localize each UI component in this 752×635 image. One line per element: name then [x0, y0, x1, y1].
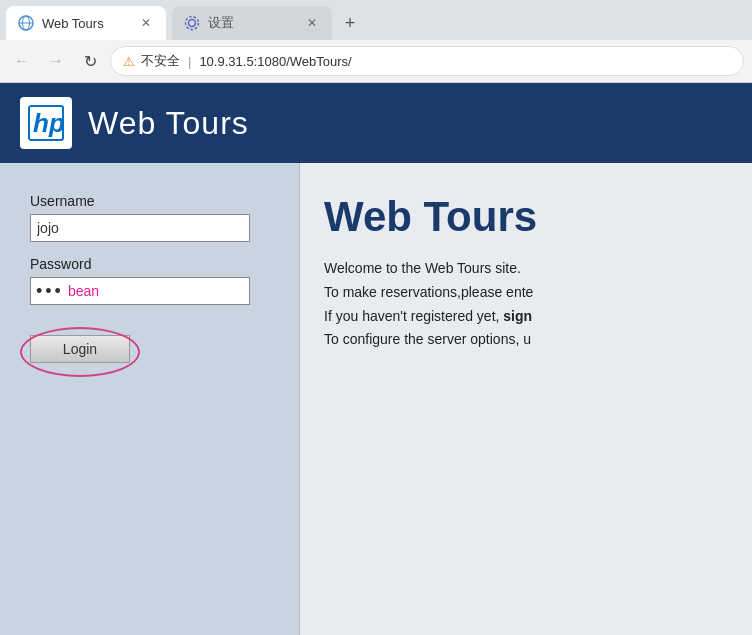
password-label: Password	[30, 256, 269, 272]
welcome-title: Web Tours	[324, 193, 728, 241]
welcome-line2: To make reservations,please ente	[324, 281, 728, 305]
tab-settings-label: 设置	[208, 14, 296, 32]
page-content: hp Web Tours Username Password ••• bean	[0, 83, 752, 635]
warning-icon: ⚠	[123, 54, 135, 69]
globe-icon	[18, 15, 34, 31]
welcome-line3: If you haven't registered yet, sign	[324, 305, 728, 329]
svg-text:hp: hp	[33, 108, 65, 138]
welcome-line4: To configure the server options, u	[324, 328, 728, 352]
svg-point-3	[189, 20, 196, 27]
settings-icon	[184, 15, 200, 31]
password-group: Password ••• bean	[30, 256, 269, 305]
username-label: Username	[30, 193, 269, 209]
welcome-sign-bold: sign	[503, 308, 532, 324]
forward-button[interactable]: →	[42, 47, 70, 75]
tab-web-tours-close[interactable]: ✕	[138, 15, 154, 31]
svg-point-4	[186, 17, 199, 30]
username-input[interactable]	[30, 214, 250, 242]
main-content: Username Password ••• bean Login W	[0, 163, 752, 635]
url-text: 10.9.31.5:1080/WebTours/	[199, 54, 351, 69]
login-panel: Username Password ••• bean Login	[0, 163, 300, 635]
password-wrapper: ••• bean	[30, 277, 250, 305]
back-button[interactable]: ←	[8, 47, 36, 75]
address-input[interactable]: ⚠ 不安全 | 10.9.31.5:1080/WebTours/	[110, 46, 744, 76]
hp-logo: hp	[20, 97, 72, 149]
password-input[interactable]	[30, 277, 250, 305]
browser-chrome: Web Tours ✕ 设置 ✕ + ← → ↻ ⚠ 不安全 | 10.9.31…	[0, 0, 752, 83]
site-header: hp Web Tours	[0, 83, 752, 163]
tab-settings-close[interactable]: ✕	[304, 15, 320, 31]
login-button-wrapper: Login	[30, 335, 269, 363]
separator: |	[188, 54, 191, 69]
username-group: Username	[30, 193, 269, 242]
welcome-line1: Welcome to the Web Tours site.	[324, 257, 728, 281]
site-header-title: Web Tours	[88, 105, 249, 142]
reload-button[interactable]: ↻	[76, 47, 104, 75]
welcome-text: Welcome to the Web Tours site. To make r…	[324, 257, 728, 352]
tab-web-tours[interactable]: Web Tours ✕	[6, 6, 166, 40]
right-panel: Web Tours Welcome to the Web Tours site.…	[300, 163, 752, 635]
security-text: 不安全	[141, 52, 180, 70]
login-button[interactable]: Login	[30, 335, 130, 363]
new-tab-button[interactable]: +	[336, 9, 364, 37]
tab-settings[interactable]: 设置 ✕	[172, 6, 332, 40]
tab-bar: Web Tours ✕ 设置 ✕ +	[0, 0, 752, 40]
address-bar: ← → ↻ ⚠ 不安全 | 10.9.31.5:1080/WebTours/	[0, 40, 752, 82]
tab-web-tours-label: Web Tours	[42, 16, 130, 31]
